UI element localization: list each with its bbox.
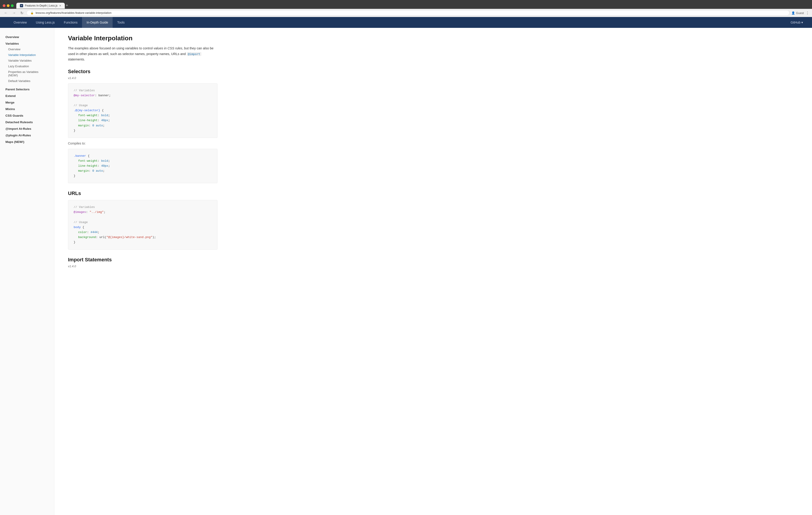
code-colon-7: : [87, 231, 91, 234]
sidebar-item-variables-overview[interactable]: Overview [0, 47, 54, 52]
page-layout: Overview Variables Overview Variable Int… [0, 28, 812, 515]
code-prop-6: margin [78, 169, 89, 173]
traffic-lights [3, 4, 13, 7]
sidebar-item-detached-rulesets[interactable]: Detached Rulesets [0, 119, 54, 125]
code-semi-1: ; [108, 114, 110, 117]
code-plain-1: : banner; [95, 94, 111, 97]
tab-row: ls Features In-Depth | Less.js × + [3, 2, 809, 9]
code-semi-8: ; [154, 236, 156, 239]
code-semi-2: ; [108, 119, 110, 122]
compiles-to-label-1: Compiles to: [68, 142, 218, 145]
code-val-6: 0 auto [92, 169, 103, 173]
new-tab-button[interactable]: + [65, 2, 69, 9]
sidebar-item-overview[interactable]: Overview [0, 34, 54, 40]
sidebar-item-props-as-vars[interactable]: Properties as Variables (NEW!) [0, 69, 54, 78]
code-val-1: bold [101, 114, 108, 117]
intro-paragraph: The examples above focused on using vari… [68, 46, 218, 62]
code-comment-3: // Variables [74, 205, 95, 209]
code-prop-8: background [78, 236, 96, 239]
active-tab[interactable]: ls Features In-Depth | Less.js × [16, 3, 65, 9]
code-plain-3: { [86, 154, 90, 158]
profile-label: Guest [796, 11, 804, 15]
code-colon-4: : [98, 159, 101, 162]
sidebar-item-variables[interactable]: Variables [0, 41, 54, 47]
code-var-1: @my-selector [74, 94, 95, 97]
code-prop-3: margin [78, 124, 89, 127]
sidebar-item-maps[interactable]: Maps (NEW!) [0, 139, 54, 145]
sidebar-item-variable-interpolation[interactable]: Variable Interpolation [0, 52, 54, 58]
code-prop-4: font-weight [78, 159, 98, 162]
urls-title: URLs [68, 190, 218, 196]
code-close-3: } [74, 241, 76, 244]
profile-icon: 👤 [791, 11, 795, 15]
code-indent-5: line-height: 40px; [74, 164, 110, 168]
code-comment-2: // Usage [74, 104, 88, 107]
tab-title-text: Features In-Depth | Less.js [25, 4, 58, 7]
intro-text-1: The examples above focused on using vari… [68, 47, 154, 50]
code-comment-1: // Variables [74, 89, 95, 92]
tab-close-btn[interactable]: × [59, 4, 61, 7]
code-colon-1: : [98, 114, 101, 117]
nav-overview[interactable]: Overview [9, 17, 31, 28]
maximize-window-btn[interactable] [11, 4, 13, 7]
browser-toolbar: ← → ↻ 🔒 lesscss.org/features/#variables-… [0, 9, 812, 17]
nav-tools[interactable]: Tools [113, 17, 129, 28]
sidebar: Overview Variables Overview Variable Int… [0, 28, 54, 515]
back-button[interactable]: ← [3, 10, 9, 16]
intro-code: @import [187, 52, 201, 56]
close-window-btn[interactable] [3, 4, 5, 7]
code-val-7: #444 [91, 231, 98, 234]
code-selector-3: body [74, 225, 81, 229]
browser-chrome: ls Features In-Depth | Less.js × + [0, 0, 812, 9]
code-plain-4: : [86, 210, 90, 214]
intro-italic: values in CSS rules [154, 47, 182, 50]
github-link[interactable]: GitHub ▾ [791, 17, 803, 28]
code-comment-4: // Usage [74, 220, 88, 224]
nav-indepth-guide[interactable]: In-Depth Guide [82, 17, 113, 28]
browser-menu-button[interactable]: ⋮ [806, 11, 809, 15]
code-plain-2: { [100, 109, 104, 112]
site-header: Overview Using Less.js Functions In-Dept… [0, 17, 812, 28]
code-colon-3: : [89, 124, 92, 127]
lock-icon: 🔒 [30, 11, 34, 14]
minimize-window-btn[interactable] [7, 4, 9, 7]
code-prop-7: color [78, 231, 87, 234]
sidebar-item-default-vars[interactable]: Default Variables [0, 78, 54, 84]
code-prop-5: line-height [78, 164, 98, 168]
code-colon-8: : [96, 236, 99, 239]
forward-button[interactable]: → [11, 10, 17, 16]
sidebar-item-parent-selectors[interactable]: Parent Selectors [0, 87, 54, 92]
code-indent-7: color: #444; [74, 231, 99, 234]
code-var-2: @images [74, 210, 86, 214]
nav-functions[interactable]: Functions [59, 17, 82, 28]
sidebar-item-merge[interactable]: Merge [0, 100, 54, 105]
code-string-1: "../img" [89, 210, 104, 214]
import-section: Import Statements v1.4.0 [68, 257, 218, 268]
code-colon-5: : [98, 164, 101, 168]
code-semi-7: ; [98, 231, 99, 234]
sidebar-item-import-rules[interactable]: @import At-Rules [0, 126, 54, 131]
code-string-2: "@{images}/white-sand.png" [107, 236, 152, 239]
code-indent-4: font-weight: bold; [74, 159, 110, 162]
code-indent-6: margin: 0 auto; [74, 169, 105, 173]
sidebar-item-variable-variables[interactable]: Variable Variables [0, 58, 54, 63]
code-colon-6: : [89, 169, 92, 173]
code-val-5: 40px [101, 164, 108, 168]
sidebar-item-plugin-rules[interactable]: @plugin At-Rules [0, 132, 54, 138]
profile-button[interactable]: 👤 Guest [791, 11, 804, 15]
sidebar-item-css-guards[interactable]: CSS Guards [0, 113, 54, 118]
sidebar-item-mixins[interactable]: Mixins [0, 106, 54, 112]
main-content: Variable Interpolation The examples abov… [54, 28, 231, 515]
address-bar[interactable]: 🔒 lesscss.org/features/#variables-featur… [27, 10, 789, 16]
tab-favicon: ls [20, 4, 23, 7]
code-indent-3: margin: 0 auto; [74, 124, 105, 127]
code-val-2: 40px [101, 119, 108, 122]
selectors-code-1: // Variables @my-selector: banner; // Us… [68, 83, 218, 138]
address-text: lesscss.org/features/#variables-feature-… [35, 11, 786, 14]
code-selector-2: .banner [74, 154, 86, 158]
nav-using-less[interactable]: Using Less.js [31, 17, 59, 28]
selectors-section: Selectors v1.4.0 // Variables @my-select… [68, 69, 218, 183]
sidebar-item-lazy-eval[interactable]: Lazy Evaluation [0, 63, 54, 69]
sidebar-item-extend[interactable]: Extend [0, 93, 54, 99]
reload-button[interactable]: ↻ [19, 10, 25, 16]
